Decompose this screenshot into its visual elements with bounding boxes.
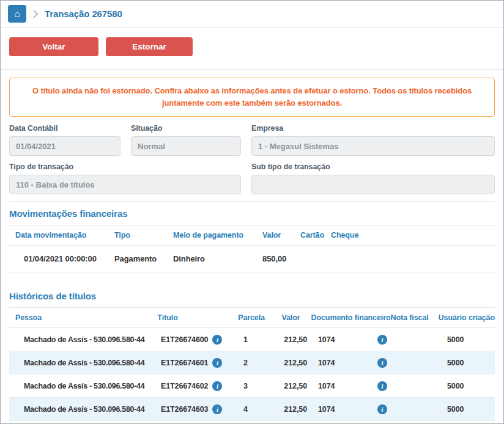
info-icon[interactable]: i [377, 358, 387, 368]
field-label: Empresa [251, 124, 495, 133]
cell-valor: 850,00 [262, 254, 293, 263]
cell-documento-financeiro: 1074 i [309, 335, 398, 345]
cell-titulo: E1T26674600 i [155, 335, 237, 345]
documento-value: 1074 [318, 335, 373, 344]
field-sub-tipo-transacao: Sub tipo de transação [251, 163, 495, 194]
estornar-button[interactable]: Estornar [106, 37, 193, 56]
home-icon: ⌂ [14, 9, 20, 19]
cell-pessoa: Machado de Assís - 530.096.580-44 [9, 359, 155, 367]
warning-text: O título ainda não foi estornado. Confir… [26, 85, 478, 109]
table-row: Machado de Assís - 530.096.580-44 E1T266… [9, 398, 495, 421]
situacao-input [131, 136, 241, 156]
movimentacoes-title: Movimentações financeiras [9, 208, 495, 219]
col-header-parcela: Parcela [232, 313, 265, 322]
documento-value: 1074 [318, 382, 373, 390]
titulo-value: E1T26674601 [161, 359, 208, 367]
info-icon[interactable]: i [212, 381, 222, 391]
info-icon[interactable]: i [377, 404, 387, 414]
cell-documento-financeiro: 1074 i [309, 404, 398, 414]
col-header-cheque: Cheque [322, 231, 353, 239]
cell-pessoa: Machado de Assís - 530.096.580-44 [9, 382, 155, 390]
titulo-value: E1T26674603 [161, 405, 208, 414]
cell-valor: 212,50 [272, 405, 309, 414]
table-row: 01/04/2021 00:00:00 Pagamento Dinheiro 8… [9, 246, 495, 272]
cell-meio-pagamento: Dinheiro [173, 254, 262, 263]
cell-valor: 212,50 [272, 382, 309, 390]
sub-tipo-transacao-input [251, 175, 495, 194]
col-header-valor: Valor [262, 231, 293, 239]
info-icon[interactable]: i [212, 358, 222, 368]
cell-parcela: 3 [237, 382, 272, 390]
divider [9, 201, 495, 202]
field-situacao: Situação [131, 124, 241, 156]
col-header-valor: Valor [265, 313, 303, 322]
cell-titulo: E1T26674601 i [155, 358, 237, 368]
voltar-button[interactable]: Voltar [9, 37, 98, 56]
field-label: Situação [131, 124, 241, 133]
chevron-right-icon [33, 10, 38, 18]
col-header-titulo: Título [151, 313, 232, 322]
empresa-input [251, 136, 495, 156]
col-header-nota-fiscal: Nota fiscal [391, 313, 434, 322]
cell-pessoa: Machado de Assís - 530.096.580-44 [9, 405, 155, 414]
home-button[interactable]: ⌂ [8, 5, 26, 23]
cell-pessoa: Machado de Assís - 530.096.580-44 [9, 335, 155, 344]
historicos-table: Pessoa Título Parcela Valor Documento fi… [9, 307, 495, 421]
table-row: Machado de Assís - 530.096.580-44 E1T266… [9, 351, 495, 375]
cell-parcela: 2 [237, 359, 272, 367]
documento-value: 1074 [318, 359, 373, 367]
cell-documento-financeiro: 1074 i [309, 381, 398, 391]
historicos-section: Históricos de títulos Pessoa Título Parc… [1, 291, 503, 421]
cell-usuario-criacao: 5000 [442, 359, 495, 367]
transaction-page: ⌂ Transação 267580 Voltar Estornar O tít… [0, 0, 504, 424]
cell-usuario-criacao: 5000 [442, 405, 495, 414]
field-label: Tipo de transação [9, 163, 241, 171]
historicos-title: Históricos de títulos [9, 291, 495, 301]
toolbar: Voltar Estornar [1, 27, 503, 70]
cell-valor: 212,50 [272, 359, 309, 367]
titulo-value: E1T26674602 [161, 382, 208, 390]
cell-titulo: E1T26674603 i [155, 404, 237, 414]
documento-value: 1074 [318, 405, 373, 414]
cell-parcela: 1 [237, 335, 272, 344]
movimentacoes-section: Movimentações financeiras Data movimenta… [1, 208, 503, 272]
cell-usuario-criacao: 5000 [442, 382, 495, 390]
transaction-form: Data Contábil Situação Empresa Tipo de t… [1, 117, 503, 202]
info-icon[interactable]: i [377, 381, 387, 391]
col-header-usuario-criacao: Usuário criação [434, 313, 495, 322]
movimentacoes-table: Data movimentação Tipo Meio de pagamento… [9, 225, 495, 272]
cell-data-movimentacao: 01/04/2021 00:00:00 [9, 254, 114, 263]
cell-tipo: Pagamento [114, 254, 173, 263]
field-label: Data Contábil [9, 124, 120, 133]
cell-usuario-criacao: 5000 [442, 335, 495, 344]
table-row: Machado de Assís - 530.096.580-44 E1T266… [9, 375, 495, 398]
tipo-transacao-input [9, 175, 241, 194]
warning-box: O título ainda não foi estornado. Confir… [9, 78, 495, 117]
info-icon[interactable]: i [377, 335, 387, 345]
col-header-cartao: Cartão [293, 231, 322, 239]
cell-parcela: 4 [237, 405, 272, 414]
titulo-value: E1T26674600 [161, 335, 208, 344]
table-row: Machado de Assís - 530.096.580-44 E1T266… [9, 328, 495, 351]
col-header-meio-pagamento: Meio de pagamento [173, 231, 262, 239]
info-icon[interactable]: i [212, 335, 222, 345]
table-header-row: Data movimentação Tipo Meio de pagamento… [9, 225, 495, 246]
data-contabil-input [9, 136, 120, 156]
field-data-contabil: Data Contábil [9, 124, 120, 156]
cell-valor: 212,50 [272, 335, 309, 344]
col-header-pessoa: Pessoa [9, 313, 151, 322]
cell-titulo: E1T26674602 i [155, 381, 237, 391]
breadcrumb: ⌂ Transação 267580 [1, 1, 503, 27]
cell-documento-financeiro: 1074 i [309, 358, 398, 368]
page-title: Transação 267580 [45, 9, 122, 19]
field-tipo-transacao: Tipo de transação [9, 163, 241, 194]
field-empresa: Empresa [251, 124, 495, 156]
field-label: Sub tipo de transação [251, 163, 495, 171]
col-header-data-movimentacao: Data movimentação [9, 231, 114, 239]
table-header-row: Pessoa Título Parcela Valor Documento fi… [9, 307, 495, 328]
col-header-tipo: Tipo [114, 231, 173, 239]
col-header-documento-financeiro: Documento financeiro [303, 313, 391, 322]
info-icon[interactable]: i [212, 404, 222, 414]
